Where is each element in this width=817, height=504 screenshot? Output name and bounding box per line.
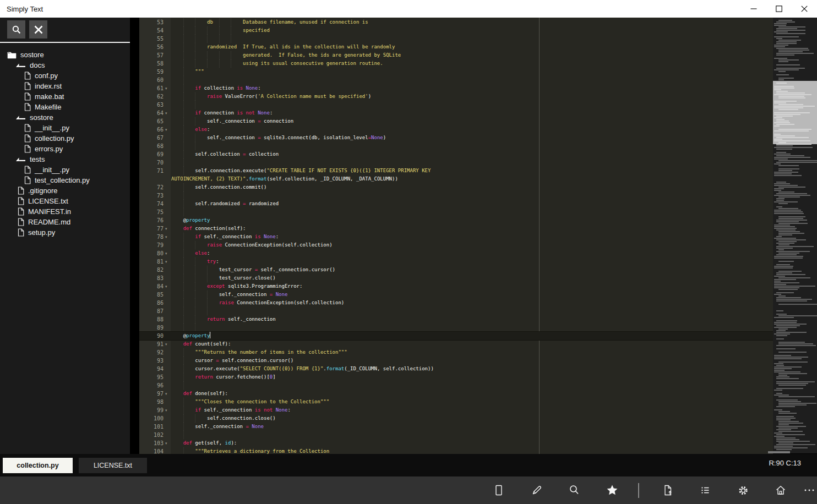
code-line[interactable]: 100 self.connection.close() bbox=[139, 414, 773, 423]
code-line[interactable]: 59 """ bbox=[139, 68, 773, 76]
tree-item--init-py[interactable]: __init__.py bbox=[0, 165, 130, 175]
code-line-current[interactable]: 90 @property bbox=[139, 332, 773, 340]
code-line[interactable]: 53 db Database filename, unused if conne… bbox=[139, 18, 773, 26]
settings-button[interactable] bbox=[737, 484, 750, 497]
code-line[interactable]: 80▾ else: bbox=[139, 249, 773, 258]
fold-arrow-icon[interactable]: ▾ bbox=[165, 282, 167, 291]
tree-item-tests[interactable]: tests bbox=[0, 154, 130, 165]
favorites-button[interactable] bbox=[606, 484, 619, 497]
tree-item-manifest-in[interactable]: MANIFEST.in bbox=[0, 206, 130, 217]
more-button[interactable] bbox=[803, 484, 816, 497]
minimap[interactable] bbox=[773, 18, 817, 453]
tree-item-sostore[interactable]: sostore bbox=[0, 50, 130, 60]
tree-item-collection-py[interactable]: collection.py bbox=[0, 133, 130, 144]
code-line[interactable]: 81▾ try: bbox=[139, 258, 773, 266]
tree-item-errors-py[interactable]: errors.py bbox=[0, 144, 130, 154]
code-line[interactable]: 73 bbox=[139, 191, 773, 200]
code-line[interactable]: 75 bbox=[139, 208, 773, 216]
find-button[interactable] bbox=[568, 484, 581, 497]
fold-arrow-icon[interactable]: ▾ bbox=[165, 224, 167, 233]
code-line[interactable]: 55 bbox=[139, 35, 773, 43]
code-line[interactable]: 97▾ def done(self): bbox=[139, 390, 773, 398]
code-line[interactable]: 71 self.connection.execute("CREATE TABLE… bbox=[139, 167, 773, 175]
code-line[interactable]: 60 bbox=[139, 76, 773, 84]
code-line[interactable]: 72 self.connection.commit() bbox=[139, 183, 773, 191]
fold-arrow-icon[interactable]: ▾ bbox=[165, 109, 167, 117]
fold-arrow-icon[interactable]: ▾ bbox=[165, 390, 167, 398]
fold-arrow-icon[interactable]: ▾ bbox=[165, 258, 167, 266]
tree-item-license-txt[interactable]: LICENSE.txt bbox=[0, 196, 130, 206]
code-line[interactable]: 91▾ def count(self): bbox=[139, 340, 773, 348]
page-button[interactable] bbox=[492, 484, 505, 497]
code-line[interactable]: 64▾ if connection is not None: bbox=[139, 109, 773, 117]
code-line[interactable]: 76 @property bbox=[139, 216, 773, 224]
code-line[interactable]: 79 raise ConnectionException(self.collec… bbox=[139, 241, 773, 249]
code-line[interactable]: 63 bbox=[139, 101, 773, 109]
code-line[interactable]: 57 generated. If False, the ids are gene… bbox=[139, 51, 773, 59]
code-line[interactable]: 96 bbox=[139, 381, 773, 390]
sidebar-close-button[interactable] bbox=[29, 20, 47, 39]
fold-arrow-icon[interactable]: ▾ bbox=[165, 84, 167, 92]
code-line[interactable]: 67 self._connection = sqlite3.connect(db… bbox=[139, 134, 773, 142]
tree-item-setup-py[interactable]: setup.py bbox=[0, 227, 130, 238]
tree-item-make-bat[interactable]: make.bat bbox=[0, 91, 130, 102]
tab-collection-py[interactable]: collection.py bbox=[3, 458, 73, 473]
code-line[interactable]: 70 bbox=[139, 158, 773, 167]
edit-button[interactable] bbox=[530, 484, 543, 497]
tree-item-test-collection-py[interactable]: test_collection.py bbox=[0, 175, 130, 185]
code-line[interactable]: 54 specified bbox=[139, 26, 773, 35]
code-line[interactable]: 95 return cursor.fetchone()[0] bbox=[139, 373, 773, 381]
code-line[interactable]: 101 self._connection = None bbox=[139, 423, 773, 431]
code-line[interactable]: 99▾ if self._connection is not None: bbox=[139, 406, 773, 414]
export-file-button[interactable] bbox=[661, 484, 674, 497]
code-line[interactable]: 62 raise ValueError('A Collection name m… bbox=[139, 92, 773, 101]
maximize-button[interactable] bbox=[766, 0, 792, 18]
code-line[interactable]: 66▾ else: bbox=[139, 125, 773, 134]
code-line[interactable]: 85 self._connection = None bbox=[139, 291, 773, 299]
code-line[interactable]: 92 """Returns the number of items in the… bbox=[139, 348, 773, 357]
tree-item-index-rst[interactable]: index.rst bbox=[0, 81, 130, 91]
home-button[interactable] bbox=[774, 484, 787, 497]
code-line[interactable]: 82 test_cursor = self._connection.cursor… bbox=[139, 266, 773, 274]
code-line[interactable]: 86 raise ConnectionException(self.collec… bbox=[139, 299, 773, 307]
tab-license-txt[interactable]: LICENSE.txt bbox=[79, 458, 147, 473]
code-line[interactable]: 104 """Retrieves a dictionary from the C… bbox=[139, 447, 773, 454]
code-line[interactable]: 103▾ def get(self, id): bbox=[139, 439, 773, 447]
close-button[interactable] bbox=[792, 0, 817, 18]
code-line[interactable]: 58 using its usual consecutive generatio… bbox=[139, 59, 773, 68]
code-line[interactable]: 78▾ if self._connection is None: bbox=[139, 233, 773, 241]
tree-item-docs[interactable]: docs bbox=[0, 60, 130, 70]
code-line[interactable]: 94 cursor.execute("SELECT COUNT({0}) FRO… bbox=[139, 365, 773, 373]
tree-item-sostore[interactable]: sostore bbox=[0, 112, 130, 123]
code-editor[interactable]: 53 db Database filename, unused if conne… bbox=[139, 18, 773, 454]
code-line[interactable]: 61▾ if collection is None: bbox=[139, 84, 773, 92]
code-line[interactable]: AUTOINCREMENT, {2} TEXT)".format(self.co… bbox=[139, 175, 773, 183]
code-line[interactable]: 84▾ except sqlite3.ProgrammingError: bbox=[139, 282, 773, 291]
fold-arrow-icon[interactable]: ▾ bbox=[165, 406, 167, 414]
sidebar-search-button[interactable] bbox=[7, 20, 25, 39]
tree-item-conf-py[interactable]: conf.py bbox=[0, 70, 130, 81]
minimize-button[interactable] bbox=[741, 0, 766, 18]
code-line[interactable]: 89 bbox=[139, 324, 773, 332]
fold-arrow-icon[interactable]: ▾ bbox=[165, 340, 167, 348]
tree-item--gitignore[interactable]: .gitignore bbox=[0, 185, 130, 196]
tree-item--init-py[interactable]: __init__.py bbox=[0, 123, 130, 133]
code-line[interactable]: 74 self.randomized = randomized bbox=[139, 200, 773, 208]
list-button[interactable] bbox=[699, 484, 712, 497]
tree-item-makefile[interactable]: Makefile bbox=[0, 102, 130, 112]
code-line[interactable]: 98 """Closes the connection to the Colle… bbox=[139, 398, 773, 406]
code-line[interactable]: 77▾ def connection(self): bbox=[139, 224, 773, 233]
code-line[interactable]: 83 test_cursor.close() bbox=[139, 274, 773, 282]
code-line[interactable]: 102 bbox=[139, 431, 773, 439]
code-line[interactable]: 93 cursor = self.connection.cursor() bbox=[139, 357, 773, 365]
fold-arrow-icon[interactable]: ▾ bbox=[165, 233, 167, 241]
code-line[interactable]: 69 self.collection = collection bbox=[139, 150, 773, 158]
code-line[interactable]: 87 bbox=[139, 307, 773, 315]
code-line[interactable]: 88 return self._connection bbox=[139, 315, 773, 324]
tree-item-readme-md[interactable]: README.md bbox=[0, 217, 130, 227]
code-line[interactable]: 65 self._connection = connection bbox=[139, 117, 773, 125]
code-line[interactable]: 56 randomized If True, all ids in the co… bbox=[139, 43, 773, 51]
fold-arrow-icon[interactable]: ▾ bbox=[165, 125, 167, 134]
fold-arrow-icon[interactable]: ▾ bbox=[165, 439, 167, 447]
fold-arrow-icon[interactable]: ▾ bbox=[165, 249, 167, 258]
